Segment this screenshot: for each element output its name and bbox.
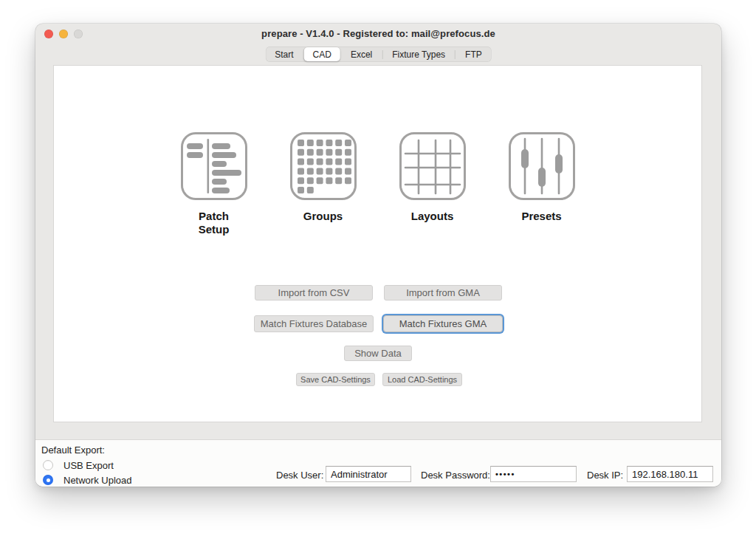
tab-fixture-types-label: Fixture Types bbox=[392, 49, 445, 60]
window-title: prepare - V1.4.0 - Registered to: mail@p… bbox=[35, 28, 721, 39]
load-cad-settings-button[interactable]: Load CAD-Settings bbox=[382, 373, 462, 386]
tab-excel[interactable]: Excel bbox=[341, 47, 382, 62]
groups-icon bbox=[290, 132, 357, 200]
tab-excel-label: Excel bbox=[351, 49, 372, 60]
match-fixtures-gma-button[interactable]: Match Fixtures GMA bbox=[383, 315, 503, 332]
default-export-label: Default Export: bbox=[41, 444, 105, 456]
tab-cad[interactable]: CAD bbox=[304, 47, 340, 61]
tile-groups[interactable]: Groups bbox=[269, 132, 378, 236]
layouts-icon bbox=[399, 132, 466, 200]
groups-icon bbox=[292, 134, 354, 198]
desk-password-label: Desk Password: bbox=[421, 470, 490, 481]
desk-user-input[interactable] bbox=[326, 466, 411, 482]
tile-presets[interactable]: Presets bbox=[487, 132, 597, 236]
desk-ip-input[interactable] bbox=[627, 466, 713, 482]
tile-patch-setup-label: Patch Setup bbox=[190, 210, 238, 236]
layouts-icon bbox=[402, 134, 464, 198]
match-fixtures-database-button[interactable]: Match Fixtures Database bbox=[254, 315, 374, 332]
import-from-gma-button[interactable]: Import from GMA bbox=[384, 285, 502, 301]
tile-presets-label: Presets bbox=[518, 210, 566, 223]
presets-icon bbox=[511, 134, 573, 198]
radio-usb-export-label: USB Export bbox=[63, 460, 114, 471]
tile-layouts[interactable]: Layouts bbox=[378, 132, 487, 236]
tab-cad-label: CAD bbox=[313, 49, 331, 60]
tiles-row: Patch Setup bbox=[54, 132, 701, 236]
radio-network-upload[interactable] bbox=[43, 475, 53, 485]
tab-ftp-label: FTP bbox=[465, 49, 482, 60]
presets-icon bbox=[509, 132, 575, 200]
tab-fixture-types[interactable]: Fixture Types bbox=[382, 47, 455, 62]
patch-setup-icon bbox=[181, 132, 247, 200]
radio-network-upload-label: Network Upload bbox=[63, 475, 132, 486]
desk-user-label: Desk User: bbox=[276, 470, 323, 481]
patch-setup-icon bbox=[183, 134, 245, 198]
tab-start-label: Start bbox=[275, 49, 293, 60]
tile-patch-setup[interactable]: Patch Setup bbox=[159, 132, 269, 236]
tab-bar: Start CAD Excel Fixture Types FTP bbox=[265, 47, 492, 62]
tile-layouts-label: Layouts bbox=[409, 210, 456, 223]
footer-bar: Default Export: USB Export Network Uploa… bbox=[35, 439, 721, 487]
radio-usb-export[interactable] bbox=[43, 460, 53, 470]
save-cad-settings-button[interactable]: Save CAD-Settings bbox=[296, 373, 375, 386]
show-data-button[interactable]: Show Data bbox=[344, 346, 412, 361]
import-from-csv-button[interactable]: Import from CSV bbox=[255, 285, 373, 301]
app-window: prepare - V1.4.0 - Registered to: mail@p… bbox=[35, 24, 721, 487]
titlebar: prepare - V1.4.0 - Registered to: mail@p… bbox=[35, 24, 721, 44]
cad-tab-panel: Patch Setup bbox=[53, 65, 702, 422]
tab-ftp[interactable]: FTP bbox=[456, 47, 492, 62]
tile-groups-label: Groups bbox=[300, 210, 347, 223]
tab-start[interactable]: Start bbox=[265, 47, 303, 62]
desk-password-input[interactable] bbox=[490, 466, 577, 482]
desk-ip-label: Desk IP: bbox=[587, 470, 623, 481]
